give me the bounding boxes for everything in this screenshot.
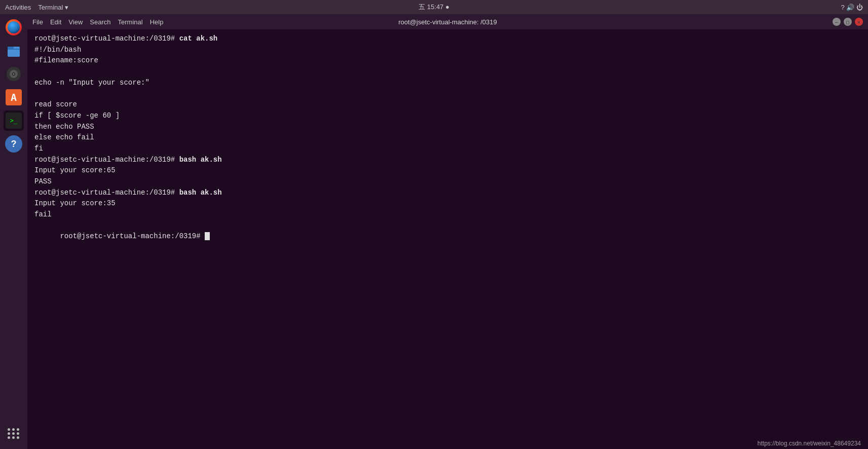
terminal-app-label: Terminal <box>38 4 63 11</box>
line-3: #filename:score <box>34 55 861 66</box>
line-4 <box>34 66 861 78</box>
svg-rect-2 <box>8 49 20 50</box>
sidebar-item-terminal[interactable] <box>4 110 24 131</box>
sidebar-item-music[interactable] <box>4 64 24 84</box>
appstore-icon: A <box>6 89 22 105</box>
menu-help[interactable]: Help <box>150 18 164 26</box>
terminal-window: File Edit View Search Terminal Help root… <box>27 14 868 449</box>
menu-search[interactable]: Search <box>90 18 110 26</box>
terminal-app-arrow: ▾ <box>65 4 68 11</box>
line-13: PASS <box>34 176 861 188</box>
sidebar-item-help[interactable]: ? <box>4 134 24 154</box>
minimize-button[interactable]: — <box>833 18 841 26</box>
close-button[interactable]: ✕ <box>855 18 863 26</box>
line-16: fail <box>34 209 861 220</box>
clock: 五 15:47 ● <box>419 3 449 12</box>
line-14: root@jsetc-virtual-machine:/0319# bash a… <box>34 188 861 199</box>
line-11: root@jsetc-virtual-machine:/0319# bash a… <box>34 155 861 166</box>
window-controls: — □ ✕ <box>833 18 863 26</box>
line-fi: fi <box>34 143 861 155</box>
terminal-titlebar: File Edit View Search Terminal Help root… <box>27 14 868 29</box>
terminal-menu-bar: File Edit View Search Terminal Help <box>32 18 163 26</box>
line-1: root@jsetc-virtual-machine:/0319# cat ak… <box>34 33 861 45</box>
line-prompt-active: root@jsetc-virtual-machine:/0319# <box>34 220 861 253</box>
system-tray: ? 🔊 ⏻ <box>841 4 863 11</box>
line-10: else echo fail <box>34 132 861 143</box>
footer-url: https://blog.csdn.net/weixin_48649234 <box>758 440 861 447</box>
help-icon: ? <box>5 135 22 153</box>
line-15: Input your score:35 <box>34 198 861 209</box>
sidebar: A ? <box>0 14 27 449</box>
sidebar-bottom <box>8 428 20 439</box>
terminal-app-menu[interactable]: Terminal ▾ <box>38 4 68 11</box>
files-icon <box>6 43 22 59</box>
music-icon <box>6 66 22 82</box>
line-9: then echo PASS <box>34 122 861 133</box>
terminal-sidebar-icon <box>6 113 22 129</box>
line-7: read score <box>34 99 861 110</box>
line-12: Input your score:65 <box>34 165 861 176</box>
line-8: if [ $score -ge 60 ] <box>34 110 861 122</box>
menu-file[interactable]: File <box>32 18 43 26</box>
terminal-content[interactable]: root@jsetc-virtual-machine:/0319# cat ak… <box>27 29 868 449</box>
activities-label[interactable]: Activities <box>5 4 31 11</box>
line-6 <box>34 88 861 99</box>
terminal-window-title: root@jsetc-virtual-machine: /0319 <box>398 18 497 26</box>
menu-terminal[interactable]: Terminal <box>118 18 143 26</box>
line-2: #!/bin/bash <box>34 45 861 56</box>
firefox-icon <box>6 19 22 35</box>
sidebar-item-files[interactable] <box>4 41 24 61</box>
maximize-button[interactable]: □ <box>844 18 852 26</box>
sidebar-item-firefox[interactable] <box>4 17 24 38</box>
sidebar-item-appstore[interactable]: A <box>4 87 24 107</box>
system-bar: Activities Terminal ▾ 五 15:47 ● ? 🔊 ⏻ <box>0 0 868 14</box>
menu-edit[interactable]: Edit <box>50 18 61 26</box>
svg-point-6 <box>13 73 15 75</box>
app-grid-icon[interactable] <box>8 428 20 439</box>
terminal-cursor <box>205 232 210 240</box>
tray-icons: ? 🔊 ⏻ <box>841 4 863 11</box>
line-5: echo -n "Input your score:" <box>34 78 861 89</box>
menu-view[interactable]: View <box>68 18 83 26</box>
